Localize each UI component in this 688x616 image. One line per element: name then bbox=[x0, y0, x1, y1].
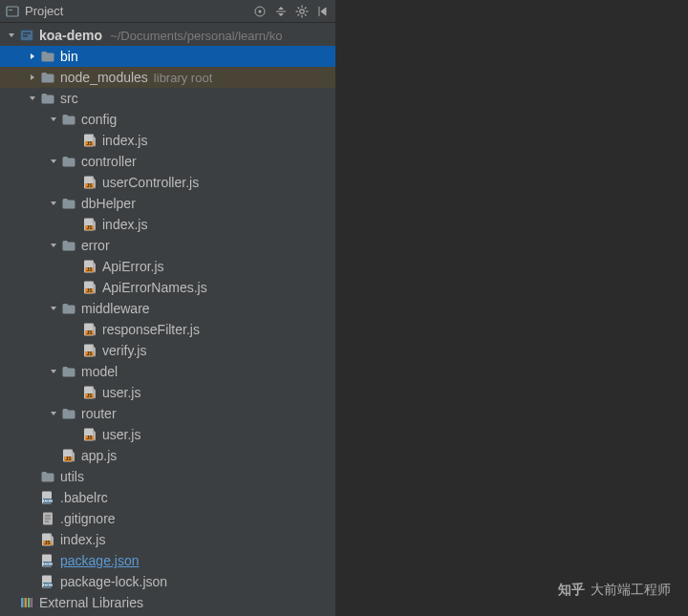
target-icon[interactable] bbox=[253, 5, 267, 18]
js-icon: JS bbox=[82, 343, 97, 358]
panel-toolbar bbox=[253, 5, 330, 18]
svg-rect-64 bbox=[25, 598, 28, 607]
tree-row[interactable]: JSapp.js bbox=[0, 445, 335, 466]
folder-icon bbox=[61, 112, 76, 127]
tree-label: ApiError.js bbox=[102, 259, 164, 274]
tree-row[interactable]: JSindex.js bbox=[0, 529, 335, 550]
svg-text:JS: JS bbox=[86, 140, 93, 146]
chevron-down-icon[interactable] bbox=[48, 156, 59, 167]
chevron-down-icon[interactable] bbox=[27, 93, 38, 104]
svg-text:JS: JS bbox=[86, 266, 93, 272]
tree-row[interactable]: JSuser.js bbox=[0, 424, 335, 445]
chevron-down-icon[interactable] bbox=[48, 366, 59, 377]
tree-label: user.js bbox=[102, 427, 140, 442]
js-icon: JS bbox=[82, 280, 97, 295]
svg-rect-0 bbox=[7, 7, 18, 16]
tree-row[interactable]: JSindex.js bbox=[0, 214, 335, 235]
tree-row[interactable]: JSuserController.js bbox=[0, 172, 335, 193]
js-icon: JS bbox=[82, 322, 97, 337]
svg-rect-63 bbox=[21, 598, 24, 607]
hide-icon[interactable] bbox=[316, 5, 330, 18]
tree-row[interactable]: node_moduleslibrary root bbox=[0, 67, 335, 88]
tree-row[interactable]: src bbox=[0, 88, 335, 109]
tree-row[interactable]: .gitignore bbox=[0, 508, 335, 529]
tree-row[interactable]: dbHelper bbox=[0, 193, 335, 214]
folder-icon bbox=[61, 364, 76, 379]
tree-label: user.js bbox=[102, 385, 140, 400]
folder-icon bbox=[61, 406, 76, 421]
settings-icon[interactable] bbox=[295, 5, 309, 18]
chevron-down-icon[interactable] bbox=[6, 30, 17, 41]
watermark-text: 大前端工程师 bbox=[591, 582, 671, 599]
tree-label: src bbox=[60, 91, 78, 106]
svg-text:JS: JS bbox=[86, 224, 93, 230]
tree-row[interactable]: utils bbox=[0, 466, 335, 487]
tree-row[interactable]: JSONpackage.json bbox=[0, 550, 335, 571]
collapse-all-icon[interactable] bbox=[274, 5, 288, 18]
svg-rect-65 bbox=[28, 598, 31, 607]
tree-row[interactable]: JSuser.js bbox=[0, 382, 335, 403]
json-icon: JSON bbox=[40, 490, 55, 505]
svg-line-13 bbox=[298, 13, 300, 15]
project-panel: Project koa-demo~/Documents/personal/lea… bbox=[0, 0, 336, 616]
tree-label: responseFilter.js bbox=[102, 322, 200, 337]
chevron-down-icon[interactable] bbox=[48, 303, 59, 314]
tree-row[interactable]: JSindex.js bbox=[0, 130, 335, 151]
tree-label: index.js bbox=[102, 217, 147, 232]
project-tree[interactable]: koa-demo~/Documents/personal/learn/kobin… bbox=[0, 23, 335, 616]
module-icon bbox=[19, 28, 34, 43]
tree-row[interactable]: middleware bbox=[0, 298, 335, 319]
tree-label: bin bbox=[60, 49, 78, 64]
chevron-down-icon[interactable] bbox=[48, 114, 59, 125]
js-icon: JS bbox=[82, 385, 97, 400]
chevron-down-icon[interactable] bbox=[48, 408, 59, 419]
svg-text:JS: JS bbox=[86, 329, 93, 335]
tree-label: .babelrc bbox=[60, 490, 108, 505]
tree-row[interactable]: koa-demo~/Documents/personal/learn/ko bbox=[0, 25, 335, 46]
tree-label: dbHelper bbox=[81, 196, 136, 211]
chevron-down-icon[interactable] bbox=[48, 198, 59, 209]
js-icon: JS bbox=[61, 448, 76, 463]
tree-row[interactable]: model bbox=[0, 361, 335, 382]
svg-text:JS: JS bbox=[86, 435, 93, 440]
tree-label: koa-demo bbox=[39, 28, 102, 43]
tree-row[interactable]: JSresponseFilter.js bbox=[0, 319, 335, 340]
tree-row[interactable]: bin bbox=[0, 46, 335, 67]
panel-header: Project bbox=[0, 0, 335, 23]
tree-label: app.js bbox=[81, 448, 117, 463]
svg-text:JS: JS bbox=[44, 540, 51, 545]
tree-row[interactable]: JSON.babelrc bbox=[0, 487, 335, 508]
chevron-down-icon[interactable] bbox=[48, 240, 59, 251]
svg-line-11 bbox=[305, 13, 307, 15]
svg-line-10 bbox=[298, 7, 300, 9]
js-icon: JS bbox=[82, 133, 97, 148]
tree-row[interactable]: JSApiErrorNames.js bbox=[0, 277, 335, 298]
chevron-right-icon[interactable] bbox=[27, 72, 38, 83]
project-path: ~/Documents/personal/learn/ko bbox=[110, 29, 282, 43]
js-icon: JS bbox=[82, 217, 97, 232]
library-root-label: library root bbox=[154, 71, 212, 85]
chevron-right-icon[interactable] bbox=[27, 51, 38, 62]
svg-text:JS: JS bbox=[86, 287, 93, 293]
tree-row[interactable]: router bbox=[0, 403, 335, 424]
folder-icon bbox=[61, 154, 76, 169]
tree-row[interactable]: JSverify.js bbox=[0, 340, 335, 361]
folder-icon bbox=[40, 91, 55, 106]
svg-text:JSON: JSON bbox=[42, 583, 53, 587]
folder-icon bbox=[61, 196, 76, 211]
folder-icon bbox=[61, 301, 76, 316]
tree-row[interactable]: JSONpackage-lock.json bbox=[0, 571, 335, 592]
watermark-brand: 知乎 bbox=[558, 582, 585, 599]
tree-label: error bbox=[81, 238, 110, 253]
tree-row[interactable]: controller bbox=[0, 151, 335, 172]
tree-row[interactable]: External Libraries bbox=[0, 592, 335, 613]
json-icon: JSON bbox=[40, 553, 55, 568]
tree-label: ApiErrorNames.js bbox=[102, 280, 207, 295]
tree-row[interactable]: config bbox=[0, 109, 335, 130]
tree-row[interactable]: error bbox=[0, 235, 335, 256]
svg-text:JS: JS bbox=[86, 393, 93, 398]
folder-icon bbox=[40, 49, 55, 64]
tree-label: External Libraries bbox=[39, 595, 143, 610]
tree-label: package.json bbox=[60, 553, 140, 568]
tree-row[interactable]: JSApiError.js bbox=[0, 256, 335, 277]
